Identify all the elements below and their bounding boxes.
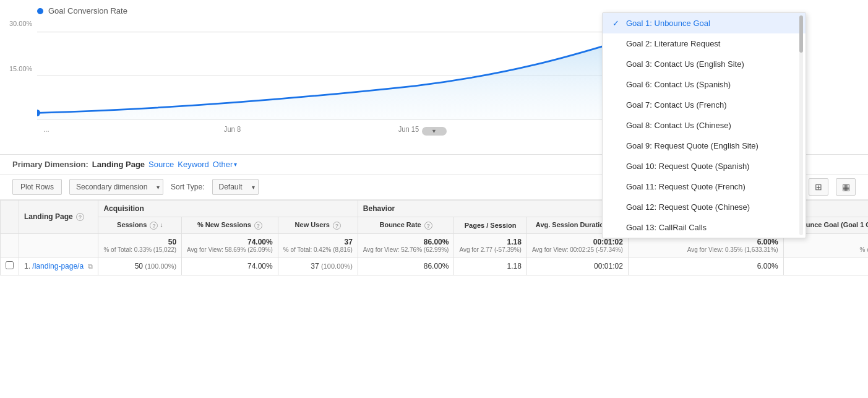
copy-icon[interactable]: ⧉: [88, 262, 93, 270]
plot-rows-button[interactable]: Plot Rows: [12, 179, 62, 195]
sort-type-wrapper: Default ▾: [212, 179, 259, 195]
caret-icon: ▾: [234, 161, 237, 168]
dropdown-item-label: Goal 7: Contact Us (French): [626, 100, 727, 110]
chart-legend-dot: [37, 8, 43, 14]
dropdown-item-goal11[interactable]: Goal 11: Request Quote (French): [603, 176, 806, 197]
total-sessions: 50 % of Total: 0.33% (15,022): [98, 233, 182, 257]
dropdown-item-label: Goal 6: Contact Us (Spanish): [626, 80, 731, 89]
sort-type-label: Sort Type:: [171, 183, 204, 191]
main-container: Goal Conversion Rate 30.00% 15.00%: [0, 0, 868, 398]
dropdown-item-goal8[interactable]: Goal 8: Contact Us (Chinese): [603, 115, 806, 136]
th-group-acquisition: Acquisition: [98, 201, 358, 217]
help-icon-bounce[interactable]: ?: [424, 222, 432, 230]
th-checkbox: [1, 201, 19, 234]
dropdown-item-label: Goal 1: Unbounce Goal: [626, 19, 710, 28]
row-new-users: 37 (100.00%): [278, 257, 358, 275]
dropdown-item-goal10[interactable]: Goal 10: Request Quote (Spanish): [603, 156, 806, 176]
dropdown-item-goal6[interactable]: Goal 6: Contact Us (Spanish): [603, 74, 806, 95]
dropdown-item-goal13[interactable]: Goal 13: CallRail Calls: [603, 217, 806, 238]
primary-dim-other[interactable]: Other ▾: [213, 160, 238, 169]
chart-title: Goal Conversion Rate: [48, 6, 127, 15]
y-label-top: 30.00%: [9, 20, 32, 27]
th-group-behavior: Behavior: [358, 201, 628, 217]
th-sessions: Sessions ? ↓: [98, 217, 182, 234]
secondary-dimension-select[interactable]: Secondary dimension: [69, 179, 163, 195]
total-bounce-rate: 86.00% Avg for View: 52.76% (62.99%): [358, 233, 454, 257]
primary-dim-active: Landing Page: [92, 160, 145, 169]
row-unbounce-completions: 3 (100.00%): [783, 257, 868, 275]
primary-dim-source[interactable]: Source: [148, 160, 174, 169]
dropdown-item-label: Goal 2: Literature Request: [626, 39, 720, 48]
help-icon-new-users[interactable]: ?: [333, 222, 341, 230]
total-checkbox-cell: [1, 233, 19, 257]
chart-area-fill: [37, 42, 616, 119]
dropdown-item-goal12[interactable]: Goal 12: Request Quote (Chinese): [603, 197, 806, 217]
goal-dropdown: ✓ Goal 1: Unbounce Goal Goal 2: Literatu…: [602, 12, 806, 238]
checkmark-icon: ✓: [612, 19, 621, 28]
secondary-dim-wrapper: Secondary dimension ▾: [69, 179, 163, 195]
row-avg-duration: 00:01:02: [526, 257, 628, 275]
y-label-mid: 15.00%: [9, 65, 32, 72]
help-icon-landing[interactable]: ?: [76, 213, 84, 221]
dropdown-item-goal7[interactable]: Goal 7: Contact Us (French): [603, 95, 806, 115]
settings-button[interactable]: ⊞: [809, 178, 828, 196]
table-row: 1. /landing-page/a ⧉ 50 (100.00%) 74.00%…: [1, 257, 869, 275]
help-icon-new-sessions[interactable]: ?: [254, 222, 262, 230]
dropdown-item-goal2[interactable]: Goal 2: Literature Request: [603, 33, 806, 54]
dropdown-scrollbar-track[interactable]: [799, 15, 803, 235]
row-pages-session: 1.18: [454, 257, 526, 275]
th-bounce-rate: Bounce Rate ?: [358, 217, 454, 234]
primary-dim-keyword[interactable]: Keyword: [178, 160, 209, 169]
dropdown-item-label: Goal 11: Request Quote (French): [626, 182, 746, 191]
total-new-sessions: 74.00% Avg for View: 58.69% (26.09%): [182, 233, 278, 257]
sort-type-select[interactable]: Default: [212, 179, 259, 195]
th-pages-session: Pages / Session: [454, 217, 526, 234]
dropdown-scrollbar-thumb[interactable]: [799, 15, 803, 53]
th-landing-page: Landing Page ?: [19, 201, 98, 234]
dropdown-item-label: Goal 13: CallRail Calls: [626, 223, 707, 232]
dropdown-item-label: Goal 10: Request Quote (Spanish): [626, 162, 749, 171]
dropdown-item-goal9[interactable]: Goal 9: Request Quote (English Site): [603, 136, 806, 156]
landing-page-link[interactable]: /landing-page/a: [32, 262, 84, 270]
help-icon-sessions[interactable]: ?: [150, 222, 158, 230]
total-label-cell: [19, 233, 98, 257]
row-checkbox[interactable]: [6, 261, 14, 269]
total-pages-session: 1.18 Avg for 2.77 (-57.39%): [454, 233, 526, 257]
dropdown-item-label: Goal 12: Request Quote (Chinese): [626, 202, 750, 212]
th-new-sessions: % New Sessions ?: [182, 217, 278, 234]
row-unbounce-rate: 6.00%: [628, 257, 783, 275]
th-new-users: New Users ?: [278, 217, 358, 234]
row-checkbox-cell[interactable]: [1, 257, 19, 275]
dropdown-item-label: Goal 9: Request Quote (English Site): [626, 141, 758, 150]
x-label-jun8: Jun 8: [224, 125, 241, 132]
dropdown-item-label: Goal 8: Contact Us (Chinese): [626, 121, 731, 130]
table-view-button[interactable]: ▦: [836, 178, 856, 196]
row-landing-cell: 1. /landing-page/a ⧉: [19, 257, 98, 275]
x-label-jun15: Jun 15: [398, 125, 419, 132]
row-new-sessions: 74.00%: [182, 257, 278, 275]
dropdown-item-label: Goal 3: Contact Us (English Site): [626, 59, 744, 69]
chart-scroll-indicator[interactable]: ▼: [422, 127, 447, 136]
dropdown-item-goal3[interactable]: Goal 3: Contact Us (English Site): [603, 54, 806, 74]
x-label-dots: ...: [43, 125, 49, 132]
dropdown-item-goal1[interactable]: ✓ Goal 1: Unbounce Goal: [603, 13, 806, 33]
total-new-users: 37 % of Total: 0.42% (8,816): [278, 233, 358, 257]
primary-dim-label: Primary Dimension:: [12, 160, 88, 169]
row-sessions: 50 (100.00%): [98, 257, 182, 275]
row-bounce-rate: 86.00%: [358, 257, 454, 275]
sort-arrow-sessions: ↓: [160, 222, 163, 228]
